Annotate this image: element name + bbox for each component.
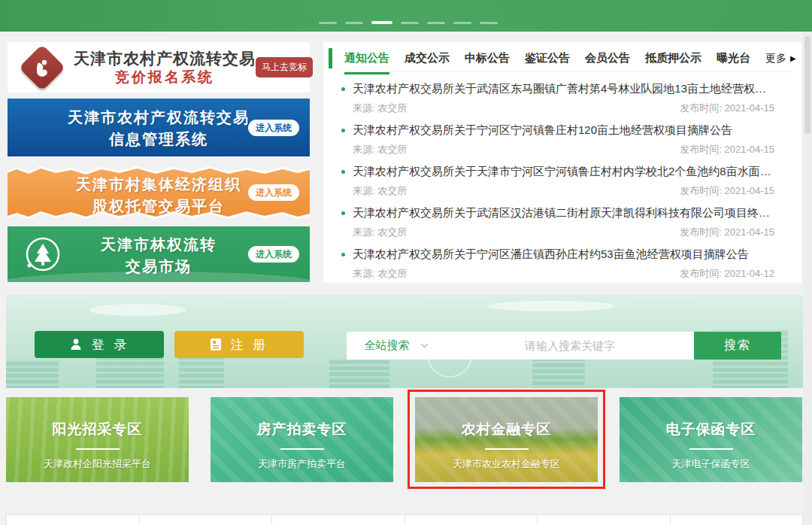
zone-title: 阳光招采专区: [6, 420, 189, 439]
zone-card-阳光招采专区[interactable]: 阳光招采专区天津政村企阳光招采平台: [6, 397, 189, 482]
more-arrow-icon: ▶: [790, 54, 796, 62]
news-source: 来源: 农交所: [353, 267, 407, 281]
news-title-link[interactable]: 天津农村产权交易所关于天津市宁河区宁河镇鲁庄村村内学校北2个鱼池约8亩水面经营.…: [353, 165, 774, 179]
bullet-icon: [341, 87, 345, 91]
news-title-link[interactable]: 天津农村产权交易所关于武清区东马圈镇广善村第4号林业队园地13亩土地经营权等4个…: [353, 82, 774, 96]
page-scrollbar[interactable]: [803, 32, 812, 525]
carousel-dash-5[interactable]: [427, 22, 445, 24]
zone-divider: [485, 448, 529, 450]
bullet-icon: [341, 129, 345, 132]
tab-会员公告[interactable]: 会员公告: [585, 51, 630, 74]
forest-tree-icon: [24, 235, 62, 276]
site-title-line1: 天津市农村产权流转交易: [74, 49, 256, 68]
news-meta: 来源: 农交所发布时间: 2021-04-15: [341, 143, 774, 156]
zone-card-电子保函专区[interactable]: 电子保函专区天津电子保函专区: [620, 397, 802, 482]
search-input[interactable]: [446, 332, 694, 360]
bidding-system-card[interactable]: 天津市农村产权流转交易 竞价报名系统 马上去竞标: [8, 42, 310, 93]
building-decoration: [329, 358, 389, 388]
news-meta: 来源: 农交所发布时间: 2021-04-15: [341, 184, 774, 198]
id-card-icon: [210, 338, 222, 351]
news-title-link[interactable]: 天津农村产权交易所关于宁河区潘庄镇西孙庄村约53亩鱼池经营权项目摘牌公告: [353, 247, 749, 262]
register-label: 注 册: [231, 336, 269, 354]
news-publish-date: 发布时间: 2021-04-15: [680, 143, 774, 156]
news-source: 来源: 农交所: [353, 184, 407, 198]
news-title-link[interactable]: 天津农村产权交易所关于宁河区宁河镇鲁庄村120亩土地经营权项目摘牌公告: [353, 123, 732, 138]
bottom-cell-4[interactable]: [404, 514, 538, 525]
banner-equity-platform[interactable]: 天津市村集体经济组织 股权托管交易平台 进入系统: [8, 165, 310, 220]
tab-中标公告[interactable]: 中标公告: [465, 51, 510, 74]
bottom-cell-1[interactable]: [6, 514, 140, 525]
banner-equity-inner: 天津市村集体经济组织 股权托管交易平台 进入系统: [8, 165, 310, 220]
site-title: 天津市农村产权流转交易 竞价报名系统: [74, 49, 256, 86]
tab-成交公示[interactable]: 成交公示: [404, 51, 450, 74]
news-item: 天津农村产权交易所关于宁河区宁河镇鲁庄村120亩土地经营权项目摘牌公告来源: 农…: [341, 123, 774, 156]
cloud-decoration: [89, 304, 186, 316]
announcements-panel: 通知公告成交公示中标公告鉴证公告会员公告抵质押公示曝光台更多▶ 天津农村产权交易…: [323, 42, 801, 283]
carousel-dash-7[interactable]: [480, 22, 498, 24]
more-link[interactable]: 更多▶: [765, 52, 796, 74]
tab-通知公告[interactable]: 通知公告: [344, 51, 389, 74]
carousel-dash-4[interactable]: [401, 22, 419, 24]
enter-system-button[interactable]: 进入系统: [248, 184, 299, 201]
bottom-cell-6[interactable]: [670, 514, 804, 525]
banner-forest-market[interactable]: 天津市林权流转 交易市场 进入系统: [8, 226, 310, 282]
register-button[interactable]: 注 册: [174, 331, 304, 358]
zone-subtitle: 天津电子保函专区: [620, 457, 802, 471]
zone-card-房产拍卖专区[interactable]: 房产拍卖专区天津市房产拍卖平台: [211, 397, 393, 482]
carousel-indicators: [319, 21, 498, 24]
bullet-icon: [341, 253, 345, 256]
search-scope-select[interactable]: 全站搜索: [347, 332, 446, 360]
news-item: 天津农村产权交易所关于宁河区潘庄镇西孙庄村约53亩鱼池经营权项目摘牌公告来源: …: [341, 247, 774, 281]
search-button[interactable]: 搜索: [694, 332, 781, 360]
zone-title: 农村金融专区: [415, 420, 598, 439]
bottom-cell-3[interactable]: [271, 514, 405, 525]
carousel-dash-6[interactable]: [453, 22, 471, 24]
news-title-row[interactable]: 天津农村产权交易所关于天津市宁河区宁河镇鲁庄村村内学校北2个鱼池约8亩水面经营.…: [341, 165, 774, 179]
tab-曝光台[interactable]: 曝光台: [717, 51, 750, 74]
site-title-line2: 竞价报名系统: [74, 68, 256, 86]
bottom-cell-2[interactable]: [139, 514, 273, 525]
news-title-row[interactable]: 天津农村产权交易所关于宁河区潘庄镇西孙庄村约53亩鱼池经营权项目摘牌公告: [341, 247, 774, 262]
login-button[interactable]: 登 录: [35, 331, 164, 358]
announcement-list: 天津农村产权交易所关于武清区东马圈镇广善村第4号林业队园地13亩土地经营权等4个…: [323, 74, 801, 281]
user-icon: [69, 338, 83, 351]
news-publish-date: 发布时间: 2021-04-15: [680, 226, 774, 239]
zone-subtitle: 天津市房产拍卖平台: [211, 457, 393, 471]
carousel-dash-2[interactable]: [345, 22, 363, 24]
news-title-row[interactable]: 天津农村产权交易所关于武清区东马圈镇广善村第4号林业队园地13亩土地经营权等4个…: [341, 82, 774, 96]
search-scope-label: 全站搜索: [365, 338, 410, 353]
news-item: 天津农村产权交易所关于武清区东马圈镇广善村第4号林业队园地13亩土地经营权等4个…: [341, 82, 774, 115]
zone-title: 房产拍卖专区: [211, 420, 393, 439]
news-source: 来源: 农交所: [353, 143, 407, 156]
zone-divider: [689, 448, 733, 450]
more-label: 更多: [765, 52, 786, 65]
scrollbar-thumb[interactable]: [804, 36, 810, 134]
carousel-dash-1[interactable]: [319, 22, 337, 24]
building-decoration: [179, 354, 224, 388]
tab-鉴证公告[interactable]: 鉴证公告: [525, 51, 570, 74]
news-title-row[interactable]: 天津农村产权交易所关于宁河区宁河镇鲁庄村120亩土地经营权项目摘牌公告: [341, 123, 774, 138]
zone-card-农村金融专区[interactable]: 农村金融专区天津市农业农村金融专区: [415, 397, 598, 482]
enter-system-button[interactable]: 进入系统: [248, 246, 299, 262]
news-title-link[interactable]: 天津农村产权交易所关于武清区汉沽港镇二街村原天津凯得利科技有限公司项目终结公告: [353, 206, 774, 220]
enter-system-button[interactable]: 进入系统: [248, 120, 299, 136]
go-bid-button[interactable]: 马上去竞标: [256, 57, 313, 77]
tab-抵质押公示[interactable]: 抵质押公示: [645, 51, 701, 74]
news-title-row[interactable]: 天津农村产权交易所关于武清区汉沽港镇二街村原天津凯得利科技有限公司项目终结公告: [341, 206, 774, 220]
news-source: 来源: 农交所: [353, 226, 407, 239]
zone-divider: [76, 448, 120, 450]
site-logo-icon: [19, 44, 65, 90]
bullet-icon: [341, 211, 345, 215]
building-decoration: [6, 360, 59, 388]
news-source: 来源: 农交所: [353, 102, 407, 115]
carousel-dash-3[interactable]: [371, 21, 392, 24]
announcement-tabs: 通知公告成交公示中标公告鉴证公告会员公告抵质押公示曝光台更多▶: [323, 42, 801, 74]
zone-subtitle: 天津政村企阳光招采平台: [6, 457, 189, 471]
highlight-ring: [408, 390, 605, 489]
login-label: 登 录: [92, 336, 130, 354]
news-meta: 来源: 农交所发布时间: 2021-04-12: [341, 267, 774, 281]
bottom-cell-5[interactable]: [537, 514, 671, 525]
cloud-decoration: [487, 301, 615, 311]
bottom-section-strip: [6, 514, 803, 525]
banner-info-management-system[interactable]: 天津市农村产权流转交易 信息管理系统 进入系统: [8, 99, 310, 156]
